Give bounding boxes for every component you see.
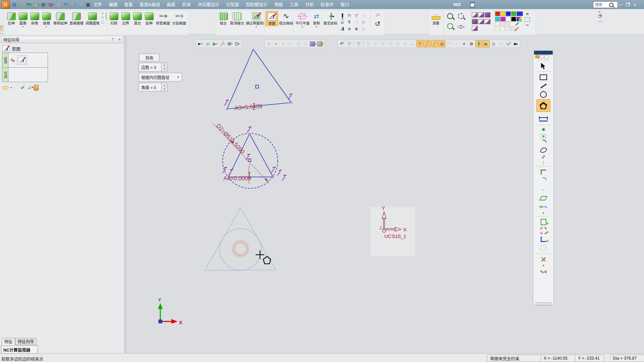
pale-swatch-1[interactable] — [495, 22, 500, 26]
snap-edge-icon[interactable]: ▽ — [379, 40, 386, 47]
rectangle-tool[interactable] — [536, 73, 551, 81]
panel-close-icon[interactable]: × — [118, 37, 121, 42]
color-deep-blue-swatch[interactable] — [517, 11, 523, 16]
window-select-icon[interactable]: ⊡▾ — [234, 40, 241, 47]
spline-tool[interactable]: ∿ — [536, 154, 551, 160]
offset-tool[interactable] — [536, 194, 551, 202]
trim-surface-button[interactable]: ✂修剪曲面 — [155, 11, 171, 25]
menu-file[interactable]: 文件 — [90, 0, 105, 9]
trim-tool[interactable]: ✂∿ — [536, 203, 551, 211]
line-weight-icon[interactable]: ≡ — [525, 12, 530, 16]
palette-tab-active[interactable] — [535, 55, 539, 58]
snap-ellipse-icon[interactable]: ○ — [453, 40, 460, 47]
sketch-button[interactable]: 草图 — [266, 11, 278, 26]
palette-scrollbar[interactable] — [536, 302, 551, 305]
direct-edit-button[interactable]: 直接建模 — [68, 11, 85, 25]
free-mode-button[interactable]: 自由 — [139, 54, 159, 61]
color-red-swatch[interactable] — [495, 11, 500, 16]
face-filter-icon[interactable]: ▽ — [346, 40, 353, 47]
reference-geometry-tool[interactable] — [536, 235, 551, 243]
fillet-curve-tool[interactable] — [536, 177, 551, 185]
minimize-button[interactable]: — — [616, 0, 624, 9]
paintbrush-icon[interactable] — [516, 27, 519, 31]
pale-swatch-5[interactable] — [495, 27, 500, 31]
color-black-swatch[interactable] — [511, 17, 516, 21]
export-icon[interactable]: ▲▾ — [33, 1, 40, 8]
undo-pick-icon[interactable]: ↶ — [338, 40, 345, 47]
panel-splitter[interactable] — [124, 35, 126, 353]
dim-d2-label[interactable]: D2=Ø511.5090 — [215, 123, 246, 155]
color-green-swatch[interactable] — [511, 11, 516, 16]
swap-model-icon[interactable]: ⇄ — [375, 12, 380, 18]
snap-face-icon[interactable]: ▽ — [372, 40, 379, 47]
tab-nc-monitor[interactable]: NC计算监视器 — [1, 346, 38, 354]
gdt-icon[interactable]: ∇ — [348, 20, 351, 24]
construction-circle-tool[interactable] — [536, 244, 551, 252]
paste-icon[interactable]: ▧ — [55, 1, 62, 8]
pale-swatch-6[interactable] — [500, 27, 505, 31]
snap-group-icon[interactable]: ▽ — [365, 40, 372, 47]
color-magenta-swatch[interactable] — [500, 17, 505, 21]
ribbon-close-icon[interactable]: × — [598, 10, 602, 14]
dim-a3-label[interactable]: A3=5.6409 — [234, 103, 263, 111]
dock-handle2-icon[interactable] — [0, 31, 3, 34]
method-dropdown[interactable]: 根据内切圆直径▼ — [139, 73, 182, 81]
draft-button[interactable]: 拔模▾ — [41, 11, 52, 28]
tab-feature-wizard[interactable]: 特征向导 — [15, 338, 37, 345]
snap-grid-icon[interactable]: ▣ — [490, 40, 497, 47]
measure-button[interactable]: ↔测量 — [430, 11, 442, 25]
dim-list-icon[interactable]: ≣ — [355, 27, 358, 31]
palette-titlebar[interactable] — [534, 51, 553, 55]
remove-extend-button[interactable]: 移除延伸 — [52, 11, 68, 25]
color-more-swatch[interactable] — [517, 17, 522, 21]
fillet-button[interactable]: 圆角▾ — [17, 11, 29, 28]
dim-style-icon[interactable]: ▤ — [362, 20, 365, 24]
pale-swatch-8[interactable] — [510, 27, 515, 31]
boundary-button[interactable]: 边界 — [120, 11, 131, 25]
extend-button[interactable]: 延伸 — [143, 11, 155, 25]
dimension-tool[interactable] — [536, 113, 551, 123]
menu-parting-surface[interactable]: 分型面 — [223, 0, 243, 9]
optional-cell[interactable] — [8, 68, 48, 82]
profile-curve-icon[interactable]: ∿ — [10, 57, 15, 63]
view-previous-icon[interactable]: ◁ — [295, 40, 302, 47]
mirror-tool[interactable]: ◃▹ — [536, 185, 551, 193]
menu-standard-parts[interactable]: 标准件 — [317, 0, 337, 9]
reference-point-tool[interactable] — [536, 133, 551, 139]
angle-stepper[interactable]: ▲▼ — [161, 83, 167, 92]
palette-tab-2[interactable] — [540, 55, 544, 58]
frame-dim-icon[interactable]: ⊓ — [348, 13, 351, 18]
view-back-icon[interactable] — [485, 19, 490, 24]
ok-button[interactable]: ✔ — [20, 84, 25, 91]
save-icon[interactable]: ▤ — [11, 1, 18, 8]
delete-curve-tool[interactable]: ∿× — [536, 268, 551, 276]
snap-quadrant-icon[interactable]: ◠ — [446, 40, 453, 47]
eyedropper-icon[interactable] — [516, 22, 519, 26]
ribbon-minimize-icon[interactable]: — — [598, 19, 602, 23]
point-tool[interactable] — [536, 126, 551, 132]
snap-feature-icon[interactable]: ▽ — [401, 40, 409, 47]
sew-button[interactable]: 缝合 — [217, 11, 229, 25]
search-icon[interactable] — [609, 3, 613, 7]
menu-view[interactable]: 查看 — [121, 0, 136, 9]
snap-vertex-icon[interactable]: ▽ — [394, 40, 401, 47]
window-layout-icon[interactable]: ▦▾ — [40, 1, 47, 8]
trim-more[interactable]: ▼ — [536, 212, 551, 215]
point-on-curve-icon[interactable]: ∘╱ — [505, 40, 512, 47]
sides-stepper[interactable]: ▲▼ — [161, 63, 167, 71]
wireframe-display-icon[interactable]: ▾ — [317, 40, 324, 47]
menu-tools[interactable]: 工具 — [286, 0, 302, 9]
select-tool[interactable] — [536, 62, 551, 70]
ghost-pick-icon[interactable]: ▷ — [287, 40, 294, 47]
menu-cavity-die[interactable]: 型腔模设计 — [243, 0, 271, 9]
regenerate-icon[interactable]: ↺ — [375, 20, 381, 27]
tab-feature[interactable]: 特征 — [2, 338, 15, 345]
menu-solid[interactable]: 实体 — [179, 0, 194, 9]
menu-stamping-die[interactable]: 冲压模设计 — [194, 0, 223, 9]
hide-entity-icon[interactable]: ○ — [265, 40, 272, 47]
app-logo-icon[interactable]: Ci — [1, 1, 10, 9]
pan-icon[interactable]: ◁▷ — [457, 24, 465, 29]
snap-midpoint-icon[interactable]: ╱ — [431, 40, 438, 47]
snap-intersection-icon[interactable]: × — [461, 40, 468, 47]
polygon-sketch-middle[interactable]: D2=Ø511.5090 A4=0.0000 — [213, 123, 286, 188]
